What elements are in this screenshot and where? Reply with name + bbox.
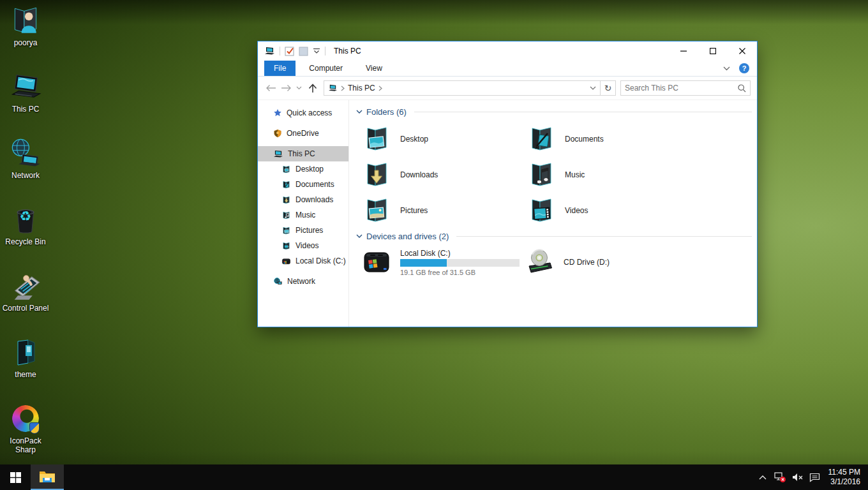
breadcrumb-location[interactable]: This PC [348,84,375,93]
taskbar-clock[interactable]: 11:45 PM 3/1/2016 [823,468,868,487]
sidebar-item-desktop[interactable]: Desktop [258,161,348,177]
iconpack-icon [9,402,42,435]
action-center-icon[interactable] [806,464,823,490]
sidebar-item-label: Music [296,211,315,219]
network-status-icon[interactable] [772,464,789,490]
recent-locations-chevron-icon[interactable] [296,86,302,90]
folder-tile-music[interactable]: Music [526,158,685,192]
qat-properties-button[interactable] [285,47,294,56]
close-button[interactable] [728,41,757,61]
desktop-folder-icon [281,165,291,174]
collapse-chevron-icon[interactable] [356,110,363,114]
desktop-icon-iconpack-sharp[interactable]: IconPack Sharp [0,402,51,454]
tab-computer[interactable]: Computer [299,61,352,76]
items-view: Folders (6) Desktop [350,100,757,327]
notification-bubble-icon [809,473,820,482]
drive-tile-local-disk[interactable]: Local Disk (C:) 19.1 GB free of 31.5 GB [361,246,521,279]
refresh-button[interactable]: ↻ [600,80,616,96]
sidebar-item-label: Pictures [296,226,323,235]
onedrive-icon [273,129,282,138]
computer-icon [9,70,42,103]
folder-tile-downloads[interactable]: Downloads [361,158,521,192]
desktop-icon-recycle-bin[interactable]: ♻ Recycle Bin [0,203,51,246]
back-button[interactable] [266,84,276,92]
sidebar-item-documents[interactable]: Documents [258,177,348,192]
sidebar-item-quick-access[interactable]: Quick access [258,105,348,121]
drive-tile-cd[interactable]: CD Drive (D:) [525,246,684,279]
documents-folder-icon [526,124,557,154]
hard-drive-icon [361,247,392,278]
recycle-glyph: ♻ [9,203,42,230]
sidebar-item-pictures[interactable]: Pictures [258,223,348,238]
tile-label: Downloads [400,170,438,179]
taskbar-file-explorer-button[interactable] [31,464,64,490]
breadcrumb-chevron-icon[interactable] [378,85,382,91]
tile-label: Videos [565,206,588,215]
speaker-muted-icon [792,473,803,482]
drive-label: CD Drive (D:) [564,258,610,267]
sidebar-item-label: Downloads [296,195,333,204]
videos-folder-icon [526,195,557,226]
qat-customize-chevron-icon[interactable] [313,48,320,54]
maximize-button[interactable] [698,41,728,61]
sidebar-item-videos[interactable]: Videos [258,238,348,253]
window-controls [669,41,757,61]
system-tray: 11:45 PM 3/1/2016 [754,464,868,490]
local-disk-icon [281,256,291,266]
qat-new-folder-button[interactable] [299,47,308,56]
collapse-chevron-icon[interactable] [356,234,363,239]
documents-folder-icon [281,180,291,189]
sidebar-item-this-pc[interactable]: This PC [258,146,348,161]
tab-view[interactable]: View [356,61,392,76]
address-box[interactable]: This PC [324,80,601,96]
ribbon-right-controls: ? [723,61,757,76]
tile-label: Music [565,170,585,179]
folder-tile-desktop[interactable]: Desktop [361,122,521,156]
titlebar: This PC [258,41,757,61]
help-button[interactable]: ? [739,63,749,73]
folder-tile-documents[interactable]: Documents [526,122,685,156]
ribbon-tabs: File Computer View ? [258,61,757,77]
desktop-icon-poorya[interactable]: poorya [0,4,51,47]
sidebar-item-network[interactable]: Network [258,274,348,289]
pictures-folder-icon [281,226,291,235]
desktop-icon-label: IconPack Sharp [0,436,51,454]
start-button[interactable] [0,464,31,490]
sidebar-item-local-disk[interactable]: Local Disk (C:) [258,253,348,269]
system-menu-computer-icon[interactable] [264,47,275,56]
folder-tile-videos[interactable]: Videos [526,193,685,228]
desktop-icon-label: This PC [11,105,41,114]
search-icon[interactable] [738,84,746,93]
music-folder-icon [526,160,557,190]
sidebar-item-downloads[interactable]: Downloads [258,192,348,207]
forward-button[interactable] [281,84,292,92]
taskbar: 11:45 PM 3/1/2016 [0,464,868,490]
desktop-icon-theme[interactable]: theme [0,336,51,379]
network-icon [9,137,42,170]
desktop-icon-this-pc[interactable]: This PC [0,70,51,114]
tab-file[interactable]: File [264,61,296,76]
address-bar: This PC ↻ [324,80,616,96]
desktop-icon-label: Network [10,171,41,180]
sidebar-item-music[interactable]: Music [258,207,348,223]
sidebar-item-onedrive[interactable]: OneDrive [258,126,348,141]
group-header-devices[interactable]: Devices and drives (2) [356,229,752,243]
recycle-bin-icon: ♻ [9,203,42,236]
desktop-icon-network[interactable]: Network [0,137,51,180]
window-title: This PC [334,47,361,56]
uac-shield-icon [29,422,40,434]
file-explorer-icon [39,470,56,484]
minimize-button[interactable] [669,41,698,61]
up-button[interactable] [308,84,317,93]
folder-tile-pictures[interactable]: Pictures [361,193,521,228]
group-header-folders[interactable]: Folders (6) [356,105,752,119]
desktop-icon-control-panel[interactable]: Control Panel [0,269,51,313]
expand-ribbon-chevron-icon[interactable] [723,66,730,71]
show-hidden-icons-button[interactable] [754,464,772,490]
search-input[interactable] [625,84,738,93]
disk-free-text: 19.1 GB free of 31.5 GB [400,269,520,276]
quick-access-toolbar: This PC [264,47,361,56]
group-rule [414,112,752,112]
address-dropdown-chevron-icon[interactable] [590,86,596,90]
volume-icon[interactable] [789,464,806,490]
